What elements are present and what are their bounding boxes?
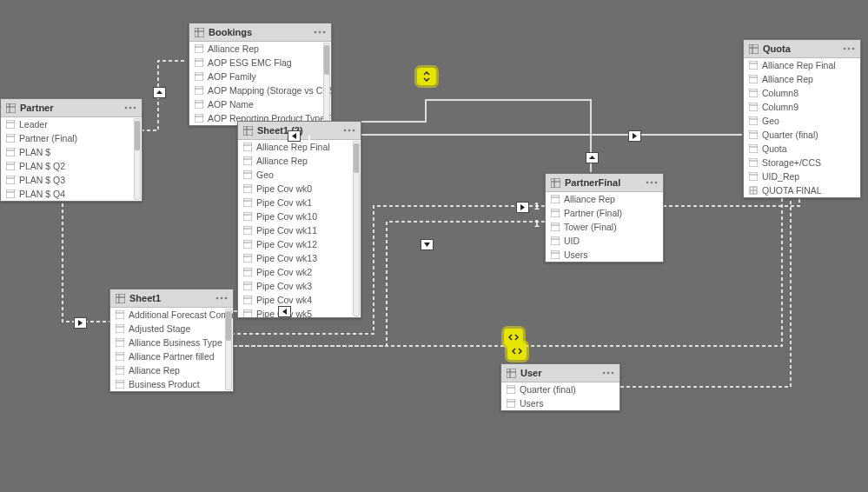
table-quota[interactable]: Quota Alliance Rep Final Alliance Rep Co… — [743, 39, 861, 198]
field-row[interactable]: Pipe Cov wk4 — [238, 293, 361, 307]
table-sheet1-2[interactable]: Sheet1 (2) Alliance Rep Final Alliance R… — [237, 121, 361, 318]
field-label: PLAN $ Q2 — [19, 161, 65, 171]
field-row[interactable]: Pipe Cov wk11 — [238, 223, 361, 237]
filter-direction-icon[interactable] — [74, 317, 87, 329]
field-row[interactable]: Pipe Cov wk0 — [238, 182, 361, 196]
field-row[interactable]: Pipe Cov wk2 — [238, 265, 361, 279]
leftright-arrows-icon — [512, 346, 522, 356]
both-direction-warning-icon[interactable] — [417, 68, 436, 85]
field-icon — [243, 268, 252, 276]
field-row[interactable]: PLAN $ Q2 — [1, 159, 142, 173]
field-row[interactable]: Alliance Rep — [744, 72, 860, 86]
filter-direction-icon[interactable] — [586, 152, 599, 163]
table-icon — [551, 178, 560, 188]
more-icon[interactable] — [602, 371, 614, 375]
table-user[interactable]: User Quarter (final) Users — [500, 363, 620, 411]
field-row[interactable]: Partner (Final) — [1, 131, 142, 145]
field-row[interactable]: Alliance Rep — [546, 192, 663, 206]
field-row[interactable]: Geo — [238, 168, 361, 182]
field-row[interactable]: Adjusted Stage — [110, 322, 233, 336]
field-row[interactable]: Storage+/CCS — [744, 156, 860, 170]
svg-rect-79 — [116, 338, 124, 347]
field-row[interactable]: Additional Forecast Comments — [110, 308, 233, 322]
field-label: Pipe Cov wk13 — [256, 253, 317, 263]
more-icon[interactable] — [314, 30, 326, 34]
svg-rect-97 — [551, 223, 560, 231]
table-body: Leader Partner (Final) PLAN $ PLAN $ Q2 … — [1, 117, 142, 201]
field-row[interactable]: Pipe Cov wk10 — [238, 209, 361, 223]
table-header[interactable]: User — [501, 364, 620, 382]
field-row[interactable]: QUOTA FINAL — [744, 183, 860, 197]
field-row[interactable]: AOP Name — [189, 97, 331, 111]
table-partnerfinal[interactable]: PartnerFinal Alliance Rep Partner (Final… — [545, 173, 664, 263]
field-row[interactable]: Alliance Rep Final — [744, 58, 860, 72]
svg-rect-77 — [116, 324, 124, 333]
filter-direction-icon[interactable] — [153, 87, 166, 98]
field-row[interactable]: AOP Family — [189, 70, 331, 83]
field-row[interactable]: Quarter (final) — [501, 382, 620, 396]
field-row[interactable]: PLAN $ Q3 — [1, 173, 142, 187]
field-row[interactable]: Column8 — [744, 86, 860, 100]
field-row[interactable]: Alliance Partner filled — [110, 349, 233, 363]
field-row[interactable]: Users — [546, 248, 663, 262]
field-row[interactable]: Users — [501, 396, 620, 410]
filter-direction-icon[interactable] — [421, 239, 434, 250]
more-icon[interactable] — [124, 106, 136, 110]
table-header[interactable]: Quota — [744, 40, 860, 58]
scrollbar[interactable] — [225, 309, 232, 390]
field-row[interactable]: Alliance Rep — [238, 154, 361, 168]
scrollbar-thumb[interactable] — [226, 311, 231, 341]
scrollbar-thumb[interactable] — [324, 45, 329, 75]
field-row[interactable]: Quota — [744, 142, 860, 156]
cardinality-label: 1 — [306, 301, 311, 310]
more-icon[interactable] — [215, 296, 228, 300]
more-icon[interactable] — [646, 181, 658, 184]
svg-rect-65 — [243, 296, 252, 304]
filter-direction-icon[interactable] — [278, 306, 291, 317]
more-icon[interactable] — [843, 47, 855, 50]
field-row[interactable]: Alliance Rep Final — [238, 140, 361, 154]
field-row[interactable]: Tower (Final) — [546, 220, 663, 234]
scrollbar[interactable] — [323, 43, 330, 124]
table-header[interactable]: Bookings — [189, 23, 331, 42]
table-header[interactable]: Sheet1 — [110, 289, 233, 308]
scrollbar-thumb[interactable] — [135, 121, 140, 150]
field-row[interactable]: Pipe Cov wk1 — [238, 196, 361, 209]
field-row[interactable]: Column9 — [744, 100, 860, 114]
svg-rect-109 — [507, 385, 515, 394]
table-bookings[interactable]: Bookings Alliance Rep AOP ESG EMC Flag A… — [189, 23, 332, 126]
table-partner[interactable]: Partner Leader Partner (Final) PLAN $ PL… — [0, 98, 142, 202]
field-row[interactable]: Pipe Cov wk13 — [238, 251, 361, 265]
table-header[interactable]: Partner — [1, 99, 142, 117]
table-sheet1[interactable]: Sheet1 Additional Forecast Comments Adju… — [109, 289, 234, 392]
filter-direction-icon[interactable] — [288, 130, 301, 142]
field-row[interactable]: Geo — [744, 114, 860, 128]
field-row[interactable]: Pipe Cov wk5 — [238, 307, 361, 317]
field-label: QUOTA FINAL — [762, 185, 822, 196]
filter-direction-icon[interactable] — [516, 202, 529, 213]
both-direction-warning-icon[interactable] — [507, 342, 527, 360]
field-row[interactable]: UID_Rep — [744, 170, 860, 183]
field-row[interactable]: Business Product — [110, 377, 233, 391]
field-row[interactable]: Alliance Business Type — [110, 336, 233, 349]
field-row[interactable]: AOP Mapping (Storage vs CCS) — [189, 83, 331, 97]
more-icon[interactable] — [343, 129, 355, 132]
field-row[interactable]: Pipe Cov wk3 — [238, 279, 361, 293]
field-row[interactable]: PLAN $ — [1, 145, 142, 159]
svg-rect-25 — [195, 44, 203, 53]
scrollbar-thumb[interactable] — [354, 143, 359, 173]
field-row[interactable]: Leader — [1, 117, 142, 131]
field-row[interactable]: Pipe Cov wk12 — [238, 237, 361, 251]
scrollbar[interactable] — [134, 118, 141, 200]
svg-point-90 — [646, 182, 649, 184]
field-row[interactable]: Partner (Final) — [546, 206, 663, 220]
field-row[interactable]: UID — [546, 234, 663, 248]
field-row[interactable]: Alliance Rep — [110, 363, 233, 377]
field-row[interactable]: Alliance Rep — [189, 42, 331, 56]
field-row[interactable]: AOP ESG EMC Flag — [189, 56, 331, 70]
filter-direction-icon[interactable] — [628, 130, 641, 142]
field-row[interactable]: Quarter (final) — [744, 128, 860, 142]
field-row[interactable]: PLAN $ Q4 — [1, 187, 142, 201]
scrollbar[interactable] — [353, 141, 360, 316]
table-header[interactable]: PartnerFinal — [546, 174, 663, 192]
